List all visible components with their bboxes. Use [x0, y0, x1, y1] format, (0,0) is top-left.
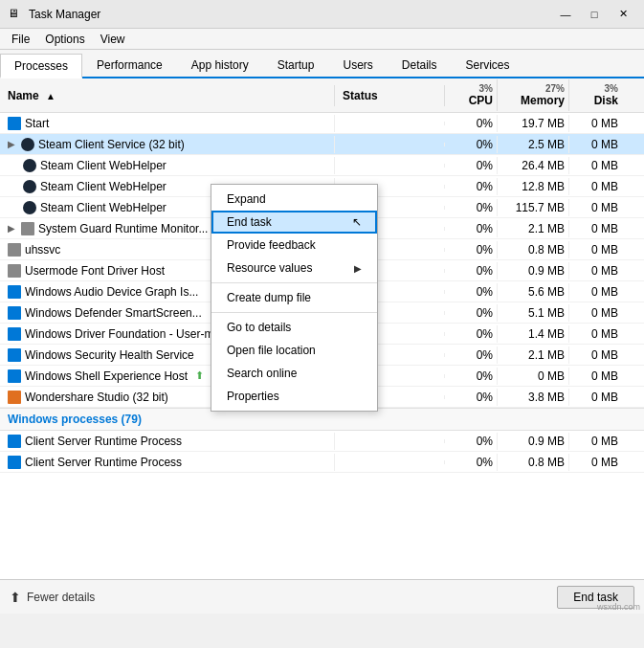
tab-details[interactable]: Details — [388, 52, 452, 77]
col-disk-header[interactable]: 3% Disk — [569, 79, 622, 111]
process-cpu: 0% — [445, 115, 498, 132]
process-disk: 0 MB — [569, 325, 622, 343]
process-cpu: 0% — [445, 283, 498, 301]
process-cpu: 0% — [445, 304, 498, 322]
tab-startup[interactable]: Startup — [263, 52, 329, 77]
indicator-icon: ⬆ — [195, 369, 204, 382]
process-memory: 5.6 MB — [498, 283, 569, 301]
expand-arrow-icon: ▶ — [8, 139, 15, 149]
process-name: Client Server Runtime Process — [0, 454, 335, 471]
context-menu-resource-values[interactable]: Resource values ▶ — [211, 257, 377, 279]
menu-file[interactable]: File — [4, 31, 37, 48]
process-disk: 0 MB — [569, 304, 622, 322]
tab-bar: Processes Performance App history Startu… — [0, 50, 644, 78]
main-content: Name ▲ Status 3% CPU 27% Memory 3% Disk … — [0, 78, 644, 614]
tab-apphistory[interactable]: App history — [177, 52, 263, 77]
process-cpu: 0% — [445, 136, 498, 153]
process-memory: 5.1 MB — [498, 304, 569, 322]
fewer-details-button[interactable]: ⬆ Fewer details — [10, 590, 95, 605]
context-menu-search-online[interactable]: Search online — [211, 362, 377, 385]
process-status — [335, 460, 445, 464]
process-icon — [8, 285, 21, 299]
app-title: Task Manager — [29, 8, 100, 21]
col-cpu-header[interactable]: 3% CPU — [445, 79, 498, 111]
close-button[interactable]: ✕ — [610, 4, 636, 25]
process-disk: 0 MB — [569, 433, 622, 450]
col-name-header[interactable]: Name ▲ — [0, 85, 335, 106]
process-disk: 0 MB — [569, 220, 622, 237]
process-cpu: 0% — [445, 454, 498, 471]
process-cpu: 0% — [445, 220, 498, 237]
process-memory: 0.9 MB — [498, 433, 569, 450]
process-icon — [8, 243, 21, 257]
column-header: Name ▲ Status 3% CPU 27% Memory 3% Disk — [0, 78, 644, 113]
tab-processes[interactable]: Processes — [0, 54, 82, 78]
context-menu-provide-feedback[interactable]: Provide feedback — [211, 234, 377, 257]
app-icon: 🖥 — [8, 7, 23, 22]
expand-arrow-icon: ▶ — [8, 223, 15, 234]
process-name: ▶ Steam Client Service (32 bit) — [0, 136, 335, 153]
process-cpu: 0% — [445, 178, 498, 195]
process-disk: 0 MB — [569, 136, 622, 153]
process-cpu: 0% — [445, 368, 498, 385]
process-status — [335, 164, 445, 168]
cursor-icon: ↖ — [352, 215, 362, 229]
process-disk: 0 MB — [569, 157, 622, 174]
context-menu-separator-2 — [211, 312, 377, 313]
process-icon — [8, 391, 21, 404]
process-memory: 0.8 MB — [498, 454, 569, 471]
process-memory: 12.8 MB — [498, 178, 569, 195]
process-icon — [8, 369, 21, 383]
process-memory: 26.4 MB — [498, 157, 569, 174]
title-bar: 🖥 Task Manager — □ ✕ — [0, 0, 644, 29]
process-cpu: 0% — [445, 346, 498, 364]
tab-users[interactable]: Users — [328, 52, 387, 77]
process-disk: 0 MB — [569, 368, 622, 385]
col-memory-header[interactable]: 27% Memory — [498, 79, 569, 111]
context-menu-open-file-location[interactable]: Open file location — [211, 339, 377, 362]
context-menu-expand[interactable]: Expand — [211, 188, 377, 211]
context-menu-end-task[interactable]: End task ↖ — [211, 211, 377, 234]
col-status-header[interactable]: Status — [335, 85, 445, 106]
window-controls: — □ ✕ — [552, 4, 636, 25]
tab-performance[interactable]: Performance — [82, 52, 177, 77]
process-icon — [21, 138, 34, 151]
process-memory: 3.8 MB — [498, 389, 569, 406]
process-icon — [8, 306, 21, 320]
process-disk: 0 MB — [569, 241, 622, 258]
maximize-button[interactable]: □ — [581, 4, 608, 25]
process-disk: 0 MB — [569, 389, 622, 406]
process-memory: 115.7 MB — [498, 199, 569, 216]
table-row[interactable]: Steam Client WebHelper 0% 26.4 MB 0 MB — [0, 155, 644, 176]
process-disk: 0 MB — [569, 346, 622, 364]
process-cpu: 0% — [445, 262, 498, 279]
context-menu-create-dump[interactable]: Create dump file — [211, 286, 377, 309]
menu-view[interactable]: View — [93, 31, 133, 48]
process-status — [335, 122, 445, 125]
context-menu-properties[interactable]: Properties — [211, 385, 377, 408]
process-name: Client Server Runtime Process — [0, 433, 335, 450]
process-cpu: 0% — [445, 157, 498, 174]
table-row[interactable]: ▶ Steam Client Service (32 bit) 0% 2.5 M… — [0, 134, 644, 155]
table-row[interactable]: Client Server Runtime Process 0% 0.8 MB … — [0, 452, 644, 473]
tab-services[interactable]: Services — [452, 52, 524, 77]
menu-options[interactable]: Options — [37, 31, 92, 48]
minimize-button[interactable]: — — [552, 4, 579, 25]
process-memory: 1.4 MB — [498, 325, 569, 343]
table-row[interactable]: Start 0% 19.7 MB 0 MB — [0, 113, 644, 134]
context-menu-go-to-details[interactable]: Go to details — [211, 316, 377, 339]
context-menu: Expand End task ↖ Provide feedback Resou… — [211, 184, 378, 412]
process-status — [335, 143, 445, 146]
table-row[interactable]: Client Server Runtime Process 0% 0.9 MB … — [0, 431, 644, 452]
process-icon — [23, 180, 36, 193]
process-disk: 0 MB — [569, 283, 622, 301]
fewer-details-icon: ⬆ — [10, 590, 21, 605]
bottom-bar: ⬆ Fewer details End task — [0, 579, 644, 614]
section-header-text: Windows processes (79) — [0, 411, 149, 428]
process-icon — [23, 159, 36, 172]
fewer-details-label: Fewer details — [27, 591, 95, 604]
process-icon — [8, 435, 21, 448]
process-memory: 0.9 MB — [498, 262, 569, 279]
process-memory: 2.1 MB — [498, 346, 569, 364]
process-icon — [8, 117, 21, 130]
